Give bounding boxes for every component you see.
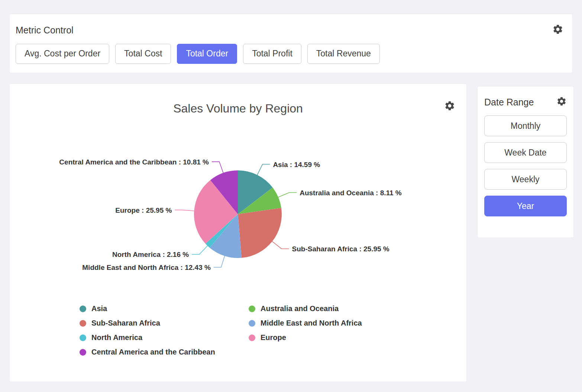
legend-dot-australia-and-oceania <box>249 306 255 312</box>
gear-icon <box>552 24 563 35</box>
pie-label-central-america-and-the-caribbean: Central America and the Caribbean : 10.8… <box>59 158 209 166</box>
legend-label-europe: Europe <box>261 333 286 342</box>
legend-dot-sub-saharan-africa <box>80 320 86 327</box>
metric-button-total-profit[interactable]: Total Profit <box>243 44 301 64</box>
pie-label-line-australia-and-oceania <box>278 193 297 197</box>
legend-dot-north-america <box>80 334 86 341</box>
pie-label-line-central-america-and-the-caribbean <box>212 162 223 174</box>
legend-dot-europe <box>249 334 255 341</box>
metric-button-total-order[interactable]: Total Order <box>177 44 237 64</box>
date-range-title: Date Range <box>484 97 534 108</box>
date-range-header: Date Range <box>484 96 567 108</box>
pie-label-line-sub-saharan-africa <box>272 241 289 249</box>
metric-control-header: Metric Control <box>16 24 563 36</box>
metric-control-title: Metric Control <box>16 25 74 36</box>
gear-icon <box>444 100 455 111</box>
gear-icon[interactable] <box>556 96 567 108</box>
pie-label-line-north-america <box>192 245 208 255</box>
metric-control-buttons: Avg. Cost per OrderTotal CostTotal Order… <box>16 44 563 64</box>
legend-dot-middle-east-and-north-africa <box>249 320 255 327</box>
chart-legend: AsiaAustralia and OceaniaSub-Saharan Afr… <box>80 304 466 356</box>
date-range-button-week-date[interactable]: Week Date <box>484 142 567 163</box>
date-range-buttons: MonthlyWeek DateWeeklyYear <box>484 115 567 216</box>
legend-label-central-america-and-the-caribbean: Central America and the Caribbean <box>91 348 215 356</box>
gear-icon[interactable] <box>444 100 455 113</box>
pie-label-line-middle-east-and-north-africa <box>214 255 225 267</box>
pie-label-sub-saharan-africa: Sub-Saharan Africa : 25.95 % <box>292 245 389 253</box>
pie-label-australia-and-oceania: Australia and Oceania : 8.11 % <box>300 189 402 197</box>
pie-chart: Asia : 14.59 %Australia and Oceania : 8.… <box>10 121 466 295</box>
pie-label-line-asia <box>257 164 270 176</box>
date-range-card: Date Range MonthlyWeek DateWeeklyYear <box>478 86 573 238</box>
legend-label-asia: Asia <box>91 304 107 313</box>
chart-title: Sales Volume by Region <box>10 84 466 121</box>
pie-label-asia: Asia : 14.59 % <box>273 161 320 169</box>
legend-item-north-america[interactable]: North America <box>80 333 249 342</box>
date-range-button-weekly[interactable]: Weekly <box>484 169 567 190</box>
legend-item-europe[interactable]: Europe <box>249 333 418 342</box>
dashboard-page: { "colors": { "accent": "#6472f1", "page… <box>0 0 582 392</box>
metric-button-avg-cost-per-order[interactable]: Avg. Cost per Order <box>16 44 109 64</box>
gear-icon <box>556 96 567 107</box>
pie-slice-sub-saharan-africa[interactable] <box>238 208 282 258</box>
pie-label-line-europe <box>175 210 195 211</box>
metric-control-card: Metric Control Avg. Cost per OrderTotal … <box>10 14 572 73</box>
legend-item-central-america-and-the-caribbean[interactable]: Central America and the Caribbean <box>80 348 249 356</box>
date-range-button-year[interactable]: Year <box>484 196 567 216</box>
legend-label-north-america: North America <box>91 333 142 342</box>
chart-card: Sales Volume by Region Asia : 14.59 %Aus… <box>10 84 466 382</box>
legend-label-australia-and-oceania: Australia and Oceania <box>261 304 339 313</box>
metric-button-total-cost[interactable]: Total Cost <box>115 44 171 64</box>
legend-item-sub-saharan-africa[interactable]: Sub-Saharan Africa <box>80 319 249 327</box>
pie-label-middle-east-and-north-africa: Middle East and North Africa : 12.43 % <box>82 264 211 271</box>
legend-item-middle-east-and-north-africa[interactable]: Middle East and North Africa <box>249 319 418 327</box>
pie-label-north-america: North America : 2.16 % <box>112 251 189 258</box>
gear-icon[interactable] <box>552 24 563 36</box>
legend-item-asia[interactable]: Asia <box>80 304 249 313</box>
date-range-button-monthly[interactable]: Monthly <box>484 115 567 136</box>
legend-dot-asia <box>80 306 86 312</box>
metric-button-total-revenue[interactable]: Total Revenue <box>307 44 380 64</box>
legend-dot-central-america-and-the-caribbean <box>80 349 86 356</box>
legend-item-australia-and-oceania[interactable]: Australia and Oceania <box>249 304 418 313</box>
pie-label-europe: Europe : 25.95 % <box>115 206 172 214</box>
legend-label-sub-saharan-africa: Sub-Saharan Africa <box>91 319 160 327</box>
legend-label-middle-east-and-north-africa: Middle East and North Africa <box>261 319 362 327</box>
